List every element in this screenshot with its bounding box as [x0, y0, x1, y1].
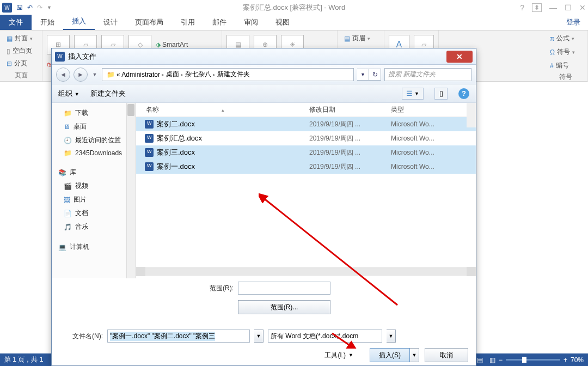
- ribbon-collapse-icon[interactable]: ⬍: [532, 3, 542, 12]
- column-name[interactable]: 名称▴: [146, 105, 309, 114]
- filter-dropdown[interactable]: ▼: [387, 330, 396, 343]
- insert-dropdown[interactable]: ▼: [410, 348, 419, 362]
- tree-documents[interactable]: 📄文档: [52, 206, 136, 220]
- tree-libraries[interactable]: 📚库: [52, 166, 136, 179]
- docx-icon: [145, 162, 154, 171]
- column-type[interactable]: 类型: [391, 105, 476, 114]
- file-row[interactable]: 案例三.docx 2019/9/19/周四 ...Microsoft Wo...: [136, 145, 476, 160]
- dialog-title: 插入文件: [68, 52, 96, 62]
- tab-layout[interactable]: 页面布局: [126, 15, 172, 30]
- file-row[interactable]: 案例汇总.docx 2019/9/19/周四 ...Microsoft Wo..…: [136, 131, 476, 145]
- zoom-slider[interactable]: [506, 359, 560, 361]
- cover-page-button[interactable]: ▦封面 ▾: [4, 33, 38, 44]
- tree-downloads[interactable]: 📁下载: [52, 106, 136, 120]
- tree-pictures[interactable]: 🖼图片: [52, 193, 136, 206]
- header-button[interactable]: ▤页眉 ▾: [342, 33, 379, 44]
- nav-forward-button[interactable]: ►: [74, 68, 88, 82]
- symbol-button[interactable]: Ω符号 ▾: [548, 46, 583, 58]
- view-mode-button[interactable]: ☰ ▼: [402, 88, 424, 100]
- breadcrumb-folder1[interactable]: 杂七杂八: [185, 70, 211, 79]
- nav-back-button[interactable]: ◄: [56, 68, 70, 82]
- page-break-icon: ⊟: [7, 60, 12, 68]
- qat-dropdown-icon[interactable]: ▼: [47, 5, 52, 10]
- range-button[interactable]: 范围(R)...: [238, 300, 330, 314]
- filetype-filter[interactable]: 所有 Word 文档(*.docx;*.docm: [268, 330, 382, 343]
- preview-pane-button[interactable]: ▯: [434, 88, 448, 100]
- help-button[interactable]: ?: [458, 88, 469, 99]
- tab-references[interactable]: 引用: [172, 15, 204, 30]
- blank-page-button[interactable]: ▯空白页: [4, 45, 38, 57]
- documents-icon: 📄: [64, 210, 72, 217]
- redo-icon[interactable]: ↷: [37, 4, 42, 11]
- tree-computer[interactable]: 💻计算机: [52, 240, 136, 254]
- dialog-close-button[interactable]: ✕: [446, 51, 473, 63]
- omega-icon: Ω: [550, 48, 555, 56]
- tree-videos[interactable]: 🎬视频: [52, 179, 136, 193]
- zoom-level[interactable]: 70%: [571, 356, 584, 364]
- number-button[interactable]: #编号: [548, 60, 583, 71]
- search-input[interactable]: 搜索 新建文件夹: [384, 68, 471, 81]
- minimize-icon[interactable]: —: [549, 3, 557, 12]
- zoom-control[interactable]: − + 70%: [499, 356, 584, 364]
- tab-view[interactable]: 视图: [267, 15, 298, 30]
- downloads-folder-icon: 📁: [64, 109, 72, 117]
- nav-history-dropdown[interactable]: ▼: [91, 68, 99, 82]
- tree-music[interactable]: 🎵音乐: [52, 220, 136, 234]
- tab-mail[interactable]: 邮件: [204, 15, 235, 30]
- tree-recent[interactable]: 🕘最近访问的位置: [52, 133, 136, 147]
- tab-design[interactable]: 设计: [95, 15, 126, 30]
- ribbon-group-symbol-label: 符号: [548, 72, 583, 82]
- page-status[interactable]: 第 1 页，共 1: [4, 355, 43, 364]
- page-break-button[interactable]: ⊟分页: [4, 58, 38, 69]
- horizontal-scrollbar[interactable]: [136, 267, 476, 276]
- tab-review[interactable]: 审阅: [235, 15, 267, 30]
- tree-desktop[interactable]: 🖥桌面: [52, 120, 136, 133]
- dialog-bottom: 范围(R): 范围(R)... 文件名(N): "案例一.docx" "案例二.…: [52, 278, 476, 365]
- filename-dropdown[interactable]: ▼: [254, 330, 264, 343]
- zoom-out-button[interactable]: −: [499, 356, 503, 364]
- column-date[interactable]: 修改日期: [309, 105, 391, 114]
- folder-icon: 📁: [105, 69, 117, 81]
- tab-home[interactable]: 开始: [32, 15, 63, 30]
- organize-button[interactable]: 组织 ▼: [58, 89, 79, 99]
- docx-icon: [145, 120, 154, 129]
- blank-page-icon: ▯: [7, 47, 10, 55]
- filename-input[interactable]: "案例一.docx" "案例二.docx" "案例三: [107, 330, 250, 343]
- app-title: 案例汇总.docx [兼容模式] - Word: [243, 3, 345, 13]
- new-folder-button[interactable]: 新建文件夹: [90, 89, 126, 99]
- tab-insert[interactable]: 插入: [63, 14, 95, 30]
- tree-2345downloads[interactable]: 📁2345Downloads: [52, 147, 136, 159]
- breadcrumb-desktop[interactable]: 桌面: [166, 70, 179, 79]
- maximize-icon[interactable]: ☐: [565, 3, 572, 12]
- breadcrumb-root[interactable]: « Administrator: [117, 71, 160, 78]
- save-icon[interactable]: 🖫: [16, 4, 23, 11]
- tab-login[interactable]: 登录: [558, 15, 588, 30]
- tab-file[interactable]: 文件: [0, 15, 32, 30]
- cancel-button[interactable]: 取消: [425, 348, 468, 362]
- folder-icon: 📁: [64, 149, 72, 157]
- breadcrumb-folder2[interactable]: 新建文件夹: [217, 70, 250, 79]
- undo-icon[interactable]: ↶: [27, 4, 33, 11]
- word-app-icon: W: [2, 3, 12, 13]
- refresh-button[interactable]: ↻: [369, 69, 381, 81]
- range-label: 范围(R):: [59, 284, 234, 293]
- dialog-nav-bar: ◄ ► ▼ 📁 « Administrator▸ 桌面▸ 杂七杂八▸ 新建文件夹…: [52, 65, 476, 84]
- view-web-layout[interactable]: ▥: [486, 356, 499, 364]
- equation-button[interactable]: π公式 ▾: [548, 33, 583, 44]
- file-vscrollbar[interactable]: [467, 103, 476, 127]
- insert-button[interactable]: 插入(S): [370, 348, 410, 362]
- breadcrumb-dropdown[interactable]: ▼: [357, 69, 369, 81]
- close-icon[interactable]: ✕: [579, 3, 586, 12]
- tools-button[interactable]: 工具(L)▼: [324, 351, 353, 360]
- file-row[interactable]: 案例二.docx 2019/9/19/周四 ...Microsoft Wo...: [136, 117, 476, 131]
- breadcrumb[interactable]: 📁 « Administrator▸ 桌面▸ 杂七杂八▸ 新建文件夹: [102, 68, 354, 81]
- dialog-toolbar: 组织 ▼ 新建文件夹 ☰ ▼ ▯ ?: [52, 84, 476, 103]
- filename-label: 文件名(N):: [59, 332, 103, 341]
- dialog-titlebar[interactable]: W 插入文件 ✕: [52, 48, 476, 65]
- tree-scrollbar[interactable]: [126, 103, 136, 278]
- zoom-in-button[interactable]: +: [564, 356, 567, 364]
- help-icon[interactable]: ?: [520, 3, 524, 12]
- range-input[interactable]: [238, 282, 330, 295]
- number-icon: #: [550, 62, 554, 70]
- file-row[interactable]: 案例一.docx 2019/9/19/周四 ...Microsoft Wo...: [136, 160, 476, 174]
